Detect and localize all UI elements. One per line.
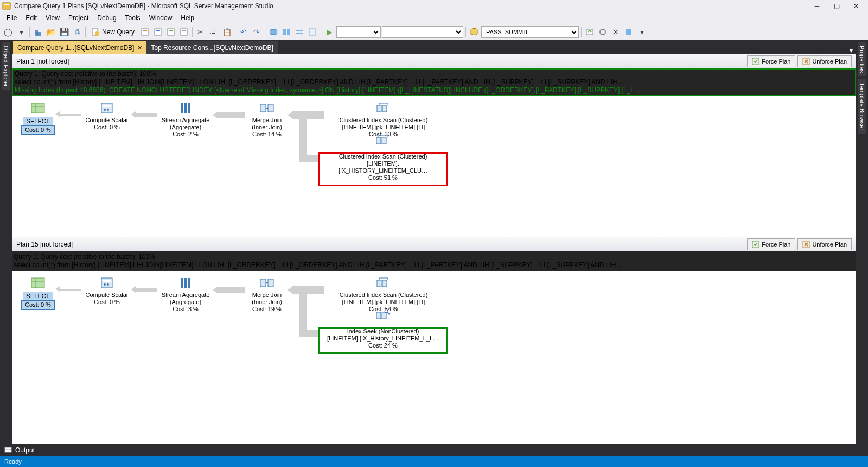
- nav-fwd-button[interactable]: ▾: [15, 26, 27, 38]
- config-combo[interactable]: [336, 26, 381, 38]
- redo-button[interactable]: ↷: [251, 26, 263, 38]
- plan1-op-compute[interactable]: Compute Scalar Cost: 0 %: [77, 102, 137, 131]
- menu-project[interactable]: Project: [64, 13, 93, 23]
- svg-rect-55: [382, 280, 387, 287]
- svg-rect-51: [188, 278, 190, 288]
- plan15-header: Plan 15 [not forced] Force Plan Unforce …: [12, 237, 856, 251]
- plan1-op-cis-top[interactable]: Clustered Index Scan (Clustered) [LINEIT…: [321, 102, 446, 138]
- tb-btn-1[interactable]: [139, 26, 151, 38]
- svg-rect-27: [101, 103, 112, 113]
- plan15-op-compute[interactable]: Compute Scalar Cost: 0 %: [77, 276, 137, 306]
- tb-btn-10[interactable]: [597, 26, 609, 38]
- template-browser-tab[interactable]: Template Browser: [858, 79, 866, 134]
- plan1-op-merge[interactable]: Merge Join (Inner Join) Cost: 14 %: [242, 102, 291, 138]
- tb-btn-5[interactable]: [267, 26, 279, 38]
- plan1-header: Plan 1 [not forced] Force Plan Unforce P…: [12, 54, 856, 68]
- plan1-op-cis-bot[interactable]: Clustered Index Scan (Clustered) [LINEIT…: [318, 152, 448, 186]
- plan15-diagram[interactable]: SELECT Cost: 0 % Compute Scalar Cost: 0 …: [12, 271, 856, 444]
- properties-tab[interactable]: Properties: [858, 42, 866, 76]
- svg-point-20: [600, 29, 605, 35]
- plan15-op-merge[interactable]: Merge Join (Inner Join) Cost: 19 %: [242, 276, 291, 313]
- plan1-diagram[interactable]: SELECT Cost: 0 % Compute Scalar Cost: 0 …: [12, 96, 856, 237]
- plan15-op-select[interactable]: SELECT Cost: 0 %: [16, 276, 60, 310]
- svg-rect-1: [4, 4, 9, 5]
- svg-rect-31: [181, 103, 183, 113]
- tb-btn-8[interactable]: [307, 26, 318, 38]
- tb-btn-6[interactable]: [280, 26, 292, 38]
- svg-rect-14: [287, 29, 290, 35]
- menu-window[interactable]: Window: [145, 13, 177, 23]
- menu-debug[interactable]: Debug: [93, 13, 120, 23]
- output-panel-header[interactable]: Output: [0, 444, 868, 456]
- tb-btn-4[interactable]: [178, 26, 190, 38]
- svg-rect-6: [155, 29, 161, 35]
- svg-rect-49: [181, 278, 183, 288]
- object-explorer-tab[interactable]: Object Explorer: [2, 42, 10, 90]
- paste-button[interactable]: 📋: [221, 26, 233, 38]
- title-bar: Compare Query 1 Plans [SQLvNextDemoDB] -…: [0, 0, 868, 12]
- plan1-op-select[interactable]: SELECT Cost: 0 %: [16, 102, 60, 135]
- svg-rect-33: [188, 103, 190, 113]
- svg-rect-37: [382, 105, 387, 112]
- svg-line-59: [387, 312, 390, 314]
- menu-tools[interactable]: Tools: [121, 13, 145, 23]
- tab-top-resource[interactable]: Top Resource Cons...[SQLvNextDemoDB]: [146, 41, 277, 54]
- tb-btn-2[interactable]: [152, 26, 164, 38]
- menu-help[interactable]: Help: [176, 13, 199, 23]
- svg-rect-36: [377, 105, 381, 112]
- unforce-plan-button-2[interactable]: Unforce Plan: [797, 238, 852, 250]
- svg-rect-8: [168, 29, 174, 35]
- output-icon: [4, 446, 12, 455]
- tab-compare-query[interactable]: Compare Query 1...[SQLvNextDemoDB] ✕: [13, 41, 146, 54]
- tb-btn-3[interactable]: [165, 26, 177, 38]
- maximize-button[interactable]: ▢: [827, 0, 846, 12]
- svg-rect-15: [296, 30, 303, 31]
- plan15-op-cis-top[interactable]: Clustered Index Scan (Clustered) [LINEIT…: [321, 276, 446, 313]
- new-query-button[interactable]: New Query: [88, 26, 138, 38]
- tb-btn-12[interactable]: [623, 26, 635, 38]
- run-button[interactable]: ▶: [323, 26, 335, 38]
- svg-rect-38: [376, 137, 381, 144]
- force-plan-icon: [752, 241, 760, 248]
- tb-dropdown[interactable]: ▾: [636, 26, 648, 38]
- tb-btn-11[interactable]: ✕: [610, 26, 622, 38]
- svg-rect-13: [283, 29, 286, 35]
- save-all-button[interactable]: ⎙: [71, 26, 83, 38]
- svg-point-48: [107, 283, 109, 286]
- cut-button[interactable]: ✂: [195, 26, 207, 38]
- tb-btn-9[interactable]: [584, 26, 596, 38]
- copy-button[interactable]: ⿻: [208, 26, 220, 38]
- save-button[interactable]: 💾: [58, 26, 70, 38]
- minimize-button[interactable]: ─: [807, 0, 827, 12]
- nav-back-button[interactable]: ◯: [2, 26, 14, 38]
- close-button[interactable]: ✕: [846, 0, 866, 12]
- undo-button[interactable]: ↶: [238, 26, 250, 38]
- platform-combo[interactable]: [382, 26, 463, 38]
- svg-rect-16: [296, 33, 303, 34]
- plan1-op-stream[interactable]: Stream Aggregate (Aggregate) Cost: 2 %: [156, 102, 215, 138]
- close-icon[interactable]: ✕: [137, 45, 142, 52]
- tb-btn-7[interactable]: [293, 26, 305, 38]
- svg-rect-42: [31, 278, 44, 288]
- force-plan-icon: [752, 58, 760, 65]
- svg-rect-12: [271, 29, 276, 35]
- output-label: Output: [15, 446, 35, 454]
- plan15-op-stream[interactable]: Stream Aggregate (Aggregate) Cost: 3 %: [156, 276, 215, 313]
- app-icon: [2, 2, 11, 10]
- force-plan-button-2[interactable]: Force Plan: [747, 238, 795, 250]
- plan15-op-seek[interactable]: Index Seek (NonClustered) [LINEITEM].[IX…: [318, 327, 448, 354]
- tabs-dropdown[interactable]: ▾: [846, 47, 856, 54]
- menu-file[interactable]: File: [2, 13, 21, 23]
- database-combo[interactable]: PASS_SUMMIT: [481, 26, 579, 38]
- svg-rect-45: [101, 278, 112, 288]
- unforce-plan-button[interactable]: Unforce Plan: [797, 55, 852, 67]
- svg-rect-24: [31, 103, 44, 113]
- menu-edit[interactable]: Edit: [21, 13, 41, 23]
- force-plan-button[interactable]: Force Plan: [747, 55, 795, 67]
- svg-rect-17: [309, 29, 316, 35]
- new-project-button[interactable]: ▦: [32, 26, 44, 38]
- svg-rect-35: [268, 104, 273, 112]
- menu-view[interactable]: View: [41, 13, 64, 23]
- new-query-label: New Query: [102, 28, 135, 36]
- open-file-button[interactable]: 📂: [45, 26, 57, 38]
